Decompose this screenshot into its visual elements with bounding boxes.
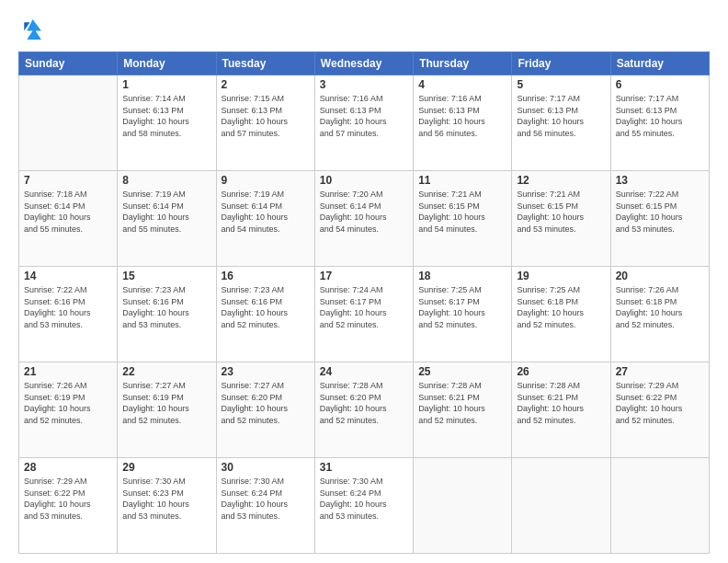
calendar-week-row: 1Sunrise: 7:14 AM Sunset: 6:13 PM Daylig… — [19, 75, 710, 171]
calendar-week-row: 28Sunrise: 7:29 AM Sunset: 6:22 PM Dayli… — [19, 458, 710, 554]
day-info: Sunrise: 7:28 AM Sunset: 6:21 PM Dayligh… — [517, 380, 605, 426]
day-info: Sunrise: 7:30 AM Sunset: 6:23 PM Dayligh… — [122, 476, 210, 522]
day-info: Sunrise: 7:23 AM Sunset: 6:16 PM Dayligh… — [222, 284, 310, 330]
calendar-day-cell: 14Sunrise: 7:22 AM Sunset: 6:16 PM Dayli… — [19, 267, 118, 362]
calendar-day-cell: 15Sunrise: 7:23 AM Sunset: 6:16 PM Dayli… — [118, 267, 216, 362]
day-info: Sunrise: 7:22 AM Sunset: 6:15 PM Dayligh… — [616, 189, 704, 235]
day-header-sunday: Sunday — [19, 52, 118, 75]
day-info: Sunrise: 7:22 AM Sunset: 6:16 PM Dayligh… — [24, 284, 112, 330]
day-info: Sunrise: 7:23 AM Sunset: 6:16 PM Dayligh… — [122, 284, 210, 330]
day-number: 5 — [517, 78, 605, 91]
calendar-day-cell: 27Sunrise: 7:29 AM Sunset: 6:22 PM Dayli… — [610, 362, 709, 458]
day-number: 10 — [320, 174, 408, 187]
day-number: 30 — [222, 461, 310, 474]
day-header-tuesday: Tuesday — [216, 52, 314, 75]
day-info: Sunrise: 7:26 AM Sunset: 6:18 PM Dayligh… — [616, 284, 704, 330]
day-number: 29 — [122, 461, 210, 474]
day-number: 24 — [320, 365, 408, 378]
calendar-day-cell: 22Sunrise: 7:27 AM Sunset: 6:19 PM Dayli… — [118, 362, 216, 458]
calendar-day-cell: 10Sunrise: 7:20 AM Sunset: 6:14 PM Dayli… — [314, 171, 413, 267]
calendar-day-cell: 2Sunrise: 7:15 AM Sunset: 6:13 PM Daylig… — [216, 75, 314, 171]
calendar-day-cell: 17Sunrise: 7:24 AM Sunset: 6:17 PM Dayli… — [314, 267, 413, 362]
day-number: 25 — [418, 365, 506, 378]
day-info: Sunrise: 7:21 AM Sunset: 6:15 PM Dayligh… — [418, 189, 506, 235]
day-number: 11 — [418, 174, 506, 187]
day-number: 4 — [418, 78, 506, 91]
day-number: 13 — [616, 174, 704, 187]
calendar-day-cell: 4Sunrise: 7:16 AM Sunset: 6:13 PM Daylig… — [414, 75, 512, 171]
calendar-day-cell: 25Sunrise: 7:28 AM Sunset: 6:21 PM Dayli… — [414, 362, 512, 458]
calendar-day-cell: 21Sunrise: 7:26 AM Sunset: 6:19 PM Dayli… — [19, 362, 118, 458]
day-number: 14 — [24, 270, 112, 282]
day-info: Sunrise: 7:16 AM Sunset: 6:13 PM Dayligh… — [320, 93, 408, 139]
day-info: Sunrise: 7:30 AM Sunset: 6:24 PM Dayligh… — [222, 476, 310, 522]
calendar-day-cell: 19Sunrise: 7:25 AM Sunset: 6:18 PM Dayli… — [512, 267, 610, 362]
day-number: 9 — [222, 174, 310, 187]
day-number: 19 — [517, 270, 605, 282]
day-number: 6 — [616, 78, 704, 91]
day-info: Sunrise: 7:19 AM Sunset: 6:14 PM Dayligh… — [122, 189, 210, 235]
calendar-day-cell: 28Sunrise: 7:29 AM Sunset: 6:22 PM Dayli… — [19, 458, 118, 554]
day-number: 28 — [24, 461, 112, 474]
calendar-header-row: SundayMondayTuesdayWednesdayThursdayFrid… — [19, 52, 710, 75]
day-info: Sunrise: 7:16 AM Sunset: 6:13 PM Dayligh… — [418, 93, 506, 139]
day-info: Sunrise: 7:25 AM Sunset: 6:17 PM Dayligh… — [418, 284, 506, 330]
day-number: 1 — [122, 78, 210, 91]
calendar-day-cell: 26Sunrise: 7:28 AM Sunset: 6:21 PM Dayli… — [512, 362, 610, 458]
calendar-day-cell — [19, 75, 118, 171]
calendar-day-cell: 24Sunrise: 7:28 AM Sunset: 6:20 PM Dayli… — [314, 362, 413, 458]
day-number: 20 — [616, 270, 704, 282]
calendar-table: SundayMondayTuesdayWednesdayThursdayFrid… — [18, 52, 710, 554]
day-header-wednesday: Wednesday — [314, 52, 413, 75]
day-info: Sunrise: 7:17 AM Sunset: 6:13 PM Dayligh… — [616, 93, 704, 139]
day-number: 31 — [320, 461, 408, 474]
calendar-day-cell: 5Sunrise: 7:17 AM Sunset: 6:13 PM Daylig… — [512, 75, 610, 171]
day-number: 27 — [616, 365, 704, 378]
day-number: 23 — [222, 365, 310, 378]
day-number: 3 — [320, 78, 408, 91]
day-info: Sunrise: 7:14 AM Sunset: 6:13 PM Dayligh… — [122, 93, 210, 139]
day-info: Sunrise: 7:17 AM Sunset: 6:13 PM Dayligh… — [517, 93, 605, 139]
day-number: 8 — [122, 174, 210, 187]
day-number: 22 — [122, 365, 210, 378]
calendar-day-cell: 13Sunrise: 7:22 AM Sunset: 6:15 PM Dayli… — [610, 171, 709, 267]
day-info: Sunrise: 7:20 AM Sunset: 6:14 PM Dayligh… — [320, 189, 408, 235]
day-info: Sunrise: 7:19 AM Sunset: 6:14 PM Dayligh… — [222, 189, 310, 235]
day-header-friday: Friday — [512, 52, 610, 75]
calendar-day-cell: 1Sunrise: 7:14 AM Sunset: 6:13 PM Daylig… — [118, 75, 216, 171]
day-info: Sunrise: 7:15 AM Sunset: 6:13 PM Dayligh… — [222, 93, 310, 139]
calendar-day-cell: 3Sunrise: 7:16 AM Sunset: 6:13 PM Daylig… — [314, 75, 413, 171]
calendar-day-cell: 18Sunrise: 7:25 AM Sunset: 6:17 PM Dayli… — [414, 267, 512, 362]
calendar-day-cell: 7Sunrise: 7:18 AM Sunset: 6:14 PM Daylig… — [19, 171, 118, 267]
day-number: 2 — [222, 78, 310, 91]
day-number: 18 — [418, 270, 506, 282]
day-info: Sunrise: 7:30 AM Sunset: 6:24 PM Dayligh… — [320, 476, 408, 522]
calendar-day-cell — [512, 458, 610, 554]
calendar-day-cell — [610, 458, 709, 554]
day-info: Sunrise: 7:25 AM Sunset: 6:18 PM Dayligh… — [517, 284, 605, 330]
calendar-day-cell: 29Sunrise: 7:30 AM Sunset: 6:23 PM Dayli… — [118, 458, 216, 554]
calendar-day-cell: 6Sunrise: 7:17 AM Sunset: 6:13 PM Daylig… — [610, 75, 709, 171]
page: SundayMondayTuesdayWednesdayThursdayFrid… — [0, 0, 728, 563]
calendar-week-row: 7Sunrise: 7:18 AM Sunset: 6:14 PM Daylig… — [19, 171, 710, 267]
calendar-day-cell: 12Sunrise: 7:21 AM Sunset: 6:15 PM Dayli… — [512, 171, 610, 267]
calendar-day-cell: 20Sunrise: 7:26 AM Sunset: 6:18 PM Dayli… — [610, 267, 709, 362]
logo — [18, 17, 48, 42]
day-number: 26 — [517, 365, 605, 378]
day-info: Sunrise: 7:24 AM Sunset: 6:17 PM Dayligh… — [320, 284, 408, 330]
day-header-monday: Monday — [118, 52, 216, 75]
calendar-day-cell: 23Sunrise: 7:27 AM Sunset: 6:20 PM Dayli… — [216, 362, 314, 458]
day-info: Sunrise: 7:26 AM Sunset: 6:19 PM Dayligh… — [24, 380, 112, 426]
day-number: 16 — [222, 270, 310, 282]
day-number: 15 — [122, 270, 210, 282]
day-info: Sunrise: 7:27 AM Sunset: 6:19 PM Dayligh… — [122, 380, 210, 426]
day-info: Sunrise: 7:28 AM Sunset: 6:20 PM Dayligh… — [320, 380, 408, 426]
day-info: Sunrise: 7:18 AM Sunset: 6:14 PM Dayligh… — [24, 189, 112, 235]
day-header-saturday: Saturday — [610, 52, 709, 75]
calendar-week-row: 21Sunrise: 7:26 AM Sunset: 6:19 PM Dayli… — [19, 362, 710, 458]
day-info: Sunrise: 7:28 AM Sunset: 6:21 PM Dayligh… — [418, 380, 506, 426]
day-header-thursday: Thursday — [414, 52, 512, 75]
day-number: 12 — [517, 174, 605, 187]
calendar-day-cell: 31Sunrise: 7:30 AM Sunset: 6:24 PM Dayli… — [314, 458, 413, 554]
calendar-day-cell: 16Sunrise: 7:23 AM Sunset: 6:16 PM Dayli… — [216, 267, 314, 362]
